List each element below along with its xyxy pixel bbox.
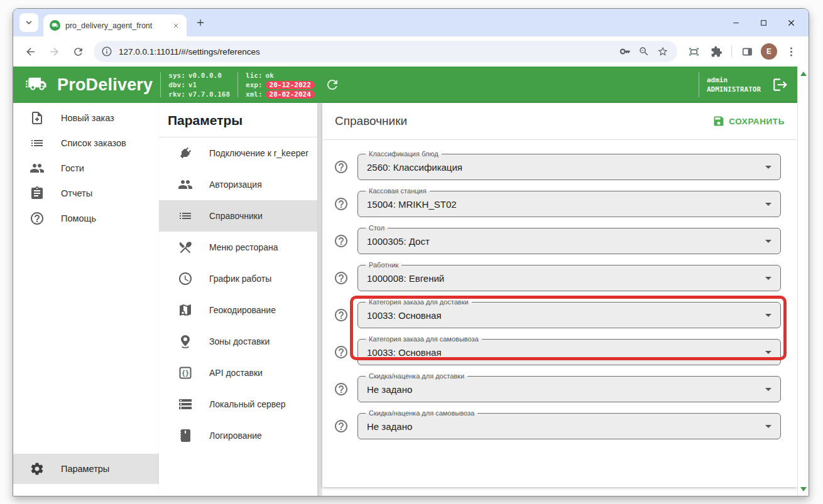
location-pin-icon	[178, 334, 193, 349]
sidebar-item-new-order[interactable]: Новый заказ	[13, 105, 159, 131]
profile-avatar[interactable]: E	[761, 43, 777, 60]
zoom-out-icon[interactable]	[635, 42, 653, 61]
field-value: Не задано	[367, 421, 412, 432]
select-employee[interactable]: Работник 1000008: Евгений	[357, 265, 781, 291]
close-button[interactable]	[777, 13, 805, 33]
toolbar-divider	[731, 46, 732, 57]
help-circle-icon[interactable]	[334, 159, 349, 174]
sidebar-item-label: Список заказов	[61, 138, 126, 148]
extensions-puzzle-icon[interactable]	[706, 41, 726, 62]
field-label: Классификация блюд	[366, 149, 442, 159]
save-floppy-icon	[712, 115, 725, 127]
restaurant-icon	[178, 240, 193, 255]
help-circle-icon[interactable]	[334, 233, 349, 249]
scroll-up-icon[interactable]	[800, 72, 807, 76]
field-value: 1000008: Евгений	[367, 273, 444, 284]
server-icon	[178, 397, 193, 412]
info-key: sys:	[168, 71, 185, 80]
sidebar-item-settings[interactable]: Параметры	[13, 454, 159, 484]
settings-item-geocoding[interactable]: Геокодирование	[159, 294, 317, 326]
header-divider	[699, 72, 699, 97]
settings-item-delivery-zones[interactable]: Зоны доставки	[159, 326, 317, 357]
help-circle-icon[interactable]	[334, 419, 349, 434]
brand-name: ProDelivery	[57, 75, 153, 95]
tab-close-icon[interactable]	[170, 20, 182, 31]
truck-logo-icon	[22, 74, 51, 95]
reports-icon	[30, 186, 45, 201]
info-value: v7.7.0.168	[188, 90, 230, 99]
sidebar-item-reports[interactable]: Отчеты	[13, 181, 159, 206]
settings-item-restaurant-menu[interactable]: Меню ресторана	[159, 232, 317, 263]
info-value: v0.0.0.0	[188, 71, 222, 80]
settings-menu: Параметры Подключение к r_keeper Авториз…	[159, 103, 317, 496]
header-divider	[160, 72, 161, 97]
scroll-down-icon[interactable]	[800, 487, 807, 491]
settings-item-work-schedule[interactable]: График работы	[159, 263, 317, 294]
help-circle-icon[interactable]	[334, 382, 349, 397]
help-circle-icon[interactable]	[334, 308, 349, 323]
site-info-icon[interactable]	[101, 46, 112, 57]
help-circle-icon[interactable]	[334, 345, 349, 360]
dropdown-caret-icon	[765, 314, 771, 317]
settings-item-logging[interactable]: Логирование	[159, 420, 317, 451]
sidebar-item-order-list[interactable]: Список заказов	[13, 131, 159, 156]
sidebar-item-label: Параметры	[61, 464, 109, 474]
new-tab-button[interactable]	[192, 14, 209, 31]
address-bar[interactable]: 127.0.0.1:11011/#/settings/references	[94, 41, 677, 62]
logout-icon[interactable]	[772, 77, 788, 93]
url-text[interactable]: 127.0.0.1:11011/#/settings/references	[119, 47, 616, 56]
back-icon[interactable]	[20, 41, 40, 62]
forward-icon[interactable]	[44, 41, 64, 62]
system-info-left: sys:v0.0.0.0 dbv:v1 rkv:v7.7.0.168	[168, 71, 230, 99]
tab-capture-icon[interactable]	[684, 41, 704, 62]
bookmark-star-icon[interactable]	[653, 42, 672, 61]
xml-badge: 28-02-2024	[266, 90, 315, 99]
user-role: ADMINISTRATOR	[707, 85, 761, 94]
field-label: Категория заказа для самовывоза	[366, 335, 482, 344]
api-icon	[178, 365, 193, 380]
save-button-label: СОХРАНИТЬ	[729, 117, 785, 126]
select-delivery-discount[interactable]: Скидка/наценка для доставки Не задано	[357, 376, 781, 402]
user-name: admin	[707, 75, 761, 85]
user-block: admin ADMINISTRATOR	[691, 72, 788, 97]
select-pickup-discount[interactable]: Скидка/наценка для самовывоза Не задано	[357, 413, 781, 439]
field-label: Скидка/наценка для самовывоза	[366, 409, 477, 418]
list-icon	[178, 208, 193, 223]
minimize-button[interactable]	[722, 13, 749, 33]
select-dish-classification[interactable]: Классификация блюд 2560: Классификация	[357, 154, 781, 180]
field-value: 1000305: Дост	[367, 236, 430, 247]
field-label: Работник	[366, 260, 401, 270]
map-search-icon	[178, 303, 193, 318]
select-table[interactable]: Стол 1000305: Дост	[357, 228, 781, 254]
browser-tab[interactable]: pro_delivery_agent_front	[43, 14, 187, 36]
settings-item-delivery-api[interactable]: API доставки	[159, 357, 317, 389]
maximize-button[interactable]	[749, 13, 777, 33]
reload-icon[interactable]	[68, 41, 88, 62]
sidebar-item-guests[interactable]: Гости	[13, 156, 159, 181]
settings-item-label: Логирование	[209, 431, 262, 441]
page-scrollbar[interactable]	[797, 67, 809, 496]
dropdown-caret-icon	[765, 425, 771, 428]
select-pickup-order-category[interactable]: Категория заказа для самовывоза 10033: О…	[357, 339, 781, 365]
refresh-icon[interactable]	[325, 77, 340, 92]
select-cash-station[interactable]: Кассовая станция 15004: MRIKH_ST02	[357, 191, 781, 217]
menu-dots-icon[interactable]	[781, 41, 801, 62]
settings-item-authorization[interactable]: Авторизация	[159, 169, 317, 200]
save-button[interactable]: СОХРАНИТЬ	[712, 115, 785, 127]
select-delivery-order-category[interactable]: Категория заказа для доставки 10033: Осн…	[357, 302, 781, 328]
plug-icon	[178, 146, 193, 161]
settings-item-label: Зоны доставки	[209, 336, 270, 346]
settings-item-references[interactable]: Справочники	[159, 200, 317, 232]
help-circle-icon[interactable]	[334, 196, 349, 212]
help-icon	[30, 211, 45, 226]
help-circle-icon[interactable]	[334, 271, 349, 286]
side-panel-icon[interactable]	[737, 41, 757, 62]
password-key-icon[interactable]	[616, 42, 635, 61]
tab-search-button[interactable]	[19, 13, 38, 32]
settings-item-local-server[interactable]: Локальный сервер	[159, 389, 317, 420]
settings-item-rkeeper-connection[interactable]: Подключение к r_keeper	[159, 137, 317, 169]
sidebar-item-label: Новый заказ	[61, 113, 114, 123]
field-value: 2560: Классификация	[367, 162, 462, 173]
field-value: 15004: MRIKH_ST02	[367, 199, 457, 210]
sidebar-item-help[interactable]: Помощь	[13, 206, 159, 231]
